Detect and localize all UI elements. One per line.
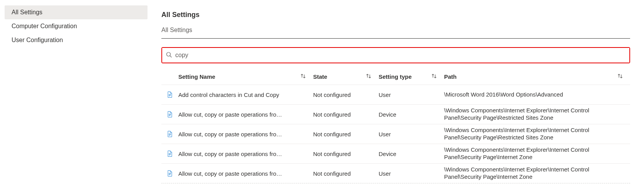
column-path-label: Path [444, 73, 457, 80]
cell-path: \Windows Components\Internet Explorer\In… [444, 127, 630, 141]
cell-path: \Windows Components\Internet Explorer\In… [444, 107, 630, 122]
table-row[interactable]: Allow cut, copy or paste operations fro…… [161, 124, 630, 144]
svg-rect-7 [169, 115, 170, 116]
breadcrumb[interactable]: All Settings [161, 27, 630, 34]
svg-point-0 [167, 52, 171, 56]
cell-type: User [379, 131, 444, 137]
svg-rect-12 [169, 154, 171, 154]
table-row[interactable]: Allow cut, copy or paste operations fro…… [161, 144, 630, 164]
document-icon [161, 111, 178, 118]
svg-rect-6 [169, 115, 171, 115]
page-title: All Settings [161, 11, 630, 19]
svg-rect-14 [169, 173, 171, 173]
table-header: Setting Name State Setti [161, 69, 630, 85]
sidebar: All SettingsComputer ConfigurationUser C… [0, 0, 152, 195]
sidebar-item-computer-configuration[interactable]: Computer Configuration [5, 19, 148, 33]
cell-name: Add control characters in Cut and Copy [178, 92, 313, 98]
column-state-label: State [313, 73, 327, 80]
column-name[interactable]: Setting Name [178, 73, 313, 80]
cell-state: Not configured [313, 92, 379, 98]
cell-name: Allow cut, copy or paste operations fro… [178, 170, 313, 177]
cell-path: \Windows Components\Internet Explorer\In… [444, 166, 630, 181]
svg-rect-3 [169, 95, 171, 95]
svg-line-1 [170, 56, 172, 57]
svg-rect-11 [169, 153, 171, 154]
cell-name: Allow cut, copy or paste operations fro… [178, 151, 313, 157]
cell-path: \Windows Components\Internet Explorer\In… [444, 146, 630, 161]
search-input[interactable] [175, 52, 626, 59]
svg-rect-13 [169, 155, 170, 155]
svg-rect-9 [169, 134, 171, 135]
column-type[interactable]: Setting type [379, 73, 444, 80]
svg-rect-16 [169, 175, 170, 175]
sidebar-item-user-configuration[interactable]: User Configuration [5, 33, 148, 47]
cell-type: User [379, 92, 444, 98]
column-type-label: Setting type [379, 73, 412, 80]
settings-table: Setting Name State Setti [161, 69, 630, 183]
divider [161, 38, 630, 39]
cell-path: \Microsoft Word 2016\Word Options\Advanc… [444, 91, 630, 98]
cell-state: Not configured [313, 131, 379, 137]
svg-rect-2 [169, 94, 171, 95]
svg-rect-8 [169, 134, 171, 134]
cell-name: Allow cut, copy or paste operations fro… [178, 131, 313, 137]
svg-rect-4 [169, 96, 170, 96]
column-path[interactable]: Path [444, 73, 630, 80]
table-row[interactable]: Allow cut, copy or paste operations fro…… [161, 105, 630, 124]
table-row[interactable]: Add control characters in Cut and Copy N… [161, 85, 630, 105]
search-icon [166, 52, 175, 59]
cell-type: Device [379, 151, 444, 157]
document-icon [161, 91, 178, 98]
sort-icon [300, 73, 306, 80]
cell-state: Not configured [313, 151, 379, 157]
svg-rect-15 [169, 174, 171, 174]
sort-icon [617, 73, 623, 80]
document-icon [161, 150, 178, 157]
cell-state: Not configured [313, 111, 379, 118]
document-icon [161, 131, 178, 137]
table-row[interactable]: Allow cut, copy or paste operations fro…… [161, 164, 630, 183]
search-field[interactable] [162, 48, 629, 63]
document-icon [161, 170, 178, 177]
cell-state: Not configured [313, 170, 379, 177]
sidebar-item-all-settings[interactable]: All Settings [5, 5, 148, 19]
column-state[interactable]: State [313, 73, 379, 80]
search-highlight-box [161, 47, 630, 63]
cell-type: User [379, 170, 444, 177]
cell-type: Device [379, 111, 444, 118]
svg-rect-5 [169, 114, 171, 114]
cell-name: Allow cut, copy or paste operations fro… [178, 111, 313, 118]
sort-icon [431, 73, 437, 80]
svg-rect-10 [169, 135, 170, 136]
main-content: All Settings All Settings Setting Name [152, 0, 644, 195]
sort-icon [366, 73, 372, 80]
column-name-label: Setting Name [178, 73, 215, 80]
